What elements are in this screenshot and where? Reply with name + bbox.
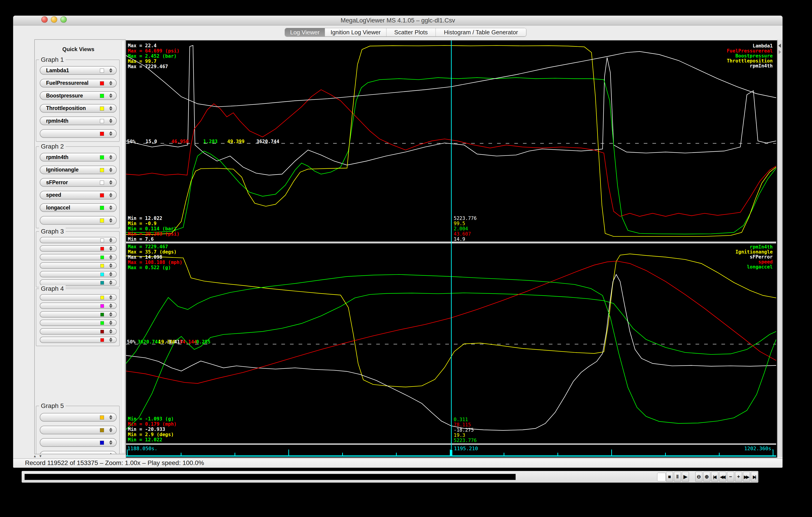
channel-stepper-icon[interactable] — [109, 320, 113, 325]
trace-color-swatch[interactable] — [100, 264, 104, 267]
pause-button[interactable]: ‖ — [674, 472, 681, 482]
channel-select-empty[interactable] — [40, 262, 117, 269]
channel-stepper-icon[interactable] — [109, 180, 113, 185]
channel-select-empty[interactable] — [40, 451, 117, 455]
trace-color-swatch[interactable] — [100, 338, 104, 342]
trace-color-swatch[interactable] — [100, 193, 104, 197]
trace-color-swatch[interactable] — [100, 180, 104, 185]
channel-stepper-icon[interactable] — [109, 246, 113, 251]
channel-select-empty[interactable] — [40, 438, 117, 447]
trace-color-swatch[interactable] — [100, 330, 104, 334]
channel-stepper-icon[interactable] — [109, 303, 113, 309]
channel-select-speed[interactable]: speed — [40, 191, 117, 199]
play-button[interactable]: ▶ — [682, 472, 689, 482]
trace-color-swatch[interactable] — [100, 107, 104, 111]
trace-color-swatch[interactable] — [100, 238, 104, 242]
channel-select-sfperror[interactable]: sFPerror — [40, 178, 117, 187]
trace-color-swatch[interactable] — [100, 81, 104, 85]
playback-progress[interactable] — [25, 474, 665, 480]
channel-select-empty[interactable] — [40, 311, 117, 318]
sidebar-scrollbar[interactable] — [121, 41, 125, 453]
log-plot-region[interactable]: 1188.050s. 1195.210 1202.360s. Max = 22.… — [126, 40, 776, 457]
channel-stepper-icon[interactable] — [109, 337, 113, 343]
stop-button[interactable]: ■ — [666, 472, 673, 482]
trace-color-swatch[interactable] — [100, 313, 104, 316]
step-forward-button[interactable]: + — [735, 472, 742, 482]
channel-select-empty[interactable] — [40, 245, 117, 252]
trace-color-swatch[interactable] — [100, 247, 104, 251]
skip-start-button[interactable]: |◀ — [711, 472, 718, 482]
channel-stepper-icon[interactable] — [109, 80, 113, 86]
tab-ignition-log-viewer[interactable]: Ignition Log Viewer — [325, 28, 386, 36]
trace-color-swatch[interactable] — [100, 168, 104, 172]
channel-stepper-icon[interactable] — [109, 295, 113, 300]
channel-select-rpmin4th[interactable]: rpmIn4th — [40, 153, 117, 162]
channel-stepper-icon[interactable] — [109, 167, 113, 173]
trace-color-swatch[interactable] — [100, 256, 104, 259]
channel-select-empty[interactable] — [40, 337, 117, 343]
trace-color-swatch[interactable] — [100, 415, 104, 420]
trace-color-swatch[interactable] — [100, 68, 104, 73]
channel-stepper-icon[interactable] — [109, 106, 113, 111]
trace-color-swatch[interactable] — [100, 155, 104, 160]
tab-log-viewer[interactable]: Log Viewer — [285, 28, 325, 36]
channel-select-empty[interactable] — [40, 303, 117, 309]
trace-color-swatch[interactable] — [100, 132, 104, 136]
channel-stepper-icon[interactable] — [109, 263, 113, 268]
channel-select-empty[interactable] — [40, 279, 117, 286]
channel-select-empty[interactable] — [40, 237, 117, 243]
channel-select-empty[interactable] — [40, 328, 117, 335]
skip-end-button[interactable]: ▶| — [751, 472, 758, 482]
channel-select-longaccel[interactable]: longaccel — [40, 203, 117, 212]
channel-select-empty[interactable] — [40, 254, 117, 260]
channel-stepper-icon[interactable] — [109, 131, 113, 136]
collapse-left-icon[interactable] — [778, 44, 781, 48]
zoom-in-button[interactable]: ⊕ — [703, 472, 710, 482]
channel-stepper-icon[interactable] — [109, 118, 113, 123]
channel-stepper-icon[interactable] — [109, 68, 113, 73]
playback-cursor[interactable] — [451, 40, 452, 457]
channel-stepper-icon[interactable] — [109, 93, 113, 98]
channel-select-lambda1[interactable]: Lambda1 — [40, 66, 117, 75]
channel-stepper-icon[interactable] — [109, 280, 113, 285]
channel-select-rpmin4th[interactable]: rpmIn4th — [40, 117, 117, 125]
title-bar[interactable]: MegaLogViewer MS 4.1.05 – gglc-dl1.Csv — [13, 16, 782, 25]
channel-select-empty[interactable] — [40, 216, 117, 225]
channel-stepper-icon[interactable] — [109, 218, 113, 223]
channel-stepper-icon[interactable] — [109, 254, 113, 260]
channel-stepper-icon[interactable] — [109, 205, 113, 210]
trace-color-swatch[interactable] — [100, 272, 104, 276]
panel-splitter[interactable] — [778, 40, 782, 457]
tab-histogram-table-generator[interactable]: Histogram / Table Generator — [436, 28, 526, 36]
trace-color-swatch[interactable] — [100, 304, 104, 308]
channel-stepper-icon[interactable] — [109, 427, 113, 433]
channel-stepper-icon[interactable] — [109, 414, 113, 420]
trace-color-swatch[interactable] — [100, 428, 104, 432]
channel-stepper-icon[interactable] — [109, 312, 113, 317]
collapse-right-icon[interactable] — [779, 50, 781, 54]
channel-select-empty[interactable] — [40, 294, 117, 300]
trace-color-swatch[interactable] — [100, 441, 104, 445]
fast-forward-button[interactable]: ▶▶ — [743, 472, 750, 482]
channel-stepper-icon[interactable] — [109, 154, 113, 160]
channel-select-empty[interactable] — [40, 129, 117, 138]
zoom-out-button[interactable]: ⊖ — [695, 472, 702, 482]
playback-cursor-handle[interactable] — [450, 450, 452, 455]
channel-stepper-icon[interactable] — [109, 237, 113, 243]
trace-color-swatch[interactable] — [100, 94, 104, 98]
rewind-button[interactable]: ◀◀ — [719, 472, 726, 482]
trace-color-swatch[interactable] — [100, 281, 104, 285]
channel-stepper-icon[interactable] — [109, 453, 113, 455]
tab-scatter-plots[interactable]: Scatter Plots — [386, 28, 436, 36]
trace-color-swatch[interactable] — [100, 219, 104, 223]
step-back-button[interactable]: − — [727, 472, 734, 482]
sidebar-scroll-arrows-icon[interactable]: ▲▼ — [33, 454, 45, 458]
channel-stepper-icon[interactable] — [109, 192, 113, 198]
channel-select-throttleposition[interactable]: Throttleposition — [40, 104, 117, 113]
trace-color-swatch[interactable] — [100, 321, 104, 325]
trace-color-swatch[interactable] — [100, 296, 104, 299]
progress-end-box[interactable] — [657, 473, 666, 481]
channel-stepper-icon[interactable] — [109, 329, 113, 334]
channel-stepper-icon[interactable] — [109, 440, 113, 445]
channel-select-empty[interactable] — [40, 426, 117, 434]
